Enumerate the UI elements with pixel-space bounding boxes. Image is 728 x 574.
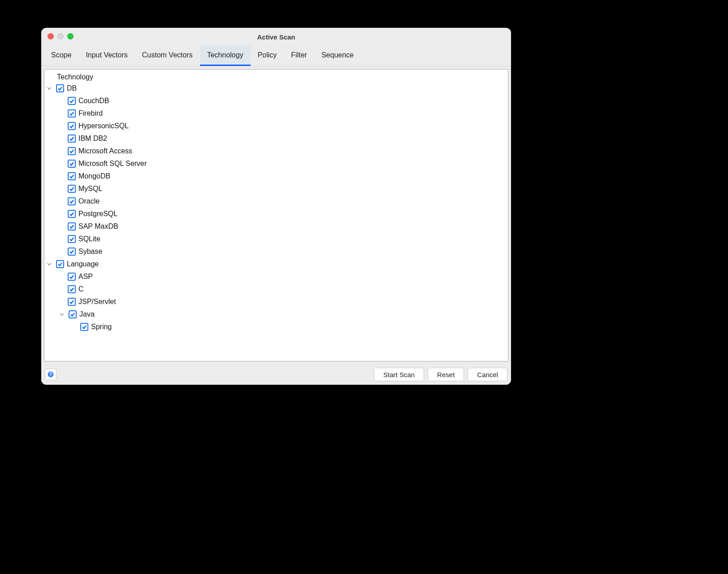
tree-checkbox[interactable] xyxy=(68,197,76,205)
cancel-button[interactable]: Cancel xyxy=(468,368,507,381)
tree-root-label: Technology xyxy=(55,72,504,82)
tree-checkbox[interactable] xyxy=(68,160,76,168)
window-controls xyxy=(48,33,74,39)
tree-node-label: Microsoft SQL Server xyxy=(78,160,147,168)
tree-node[interactable]: Language xyxy=(55,258,504,270)
technology-tree[interactable]: TechnologyDBCouchDBFirebirdHypersonicSQL… xyxy=(44,70,508,361)
tree-node-label: MySQL xyxy=(78,185,102,193)
tree-checkbox[interactable] xyxy=(56,84,64,92)
tree-node[interactable]: MySQL xyxy=(55,183,504,195)
tab-scope[interactable]: Scope xyxy=(44,46,78,66)
dialog-footer: ? Start Scan Reset Cancel xyxy=(41,364,511,385)
tree-node[interactable]: SAP MaxDB xyxy=(55,220,504,233)
tree-node[interactable]: IBM DB2 xyxy=(55,132,504,145)
technology-panel: TechnologyDBCouchDBFirebirdHypersonicSQL… xyxy=(44,69,508,361)
active-scan-dialog: Active Scan ScopeInput VectorsCustom Vec… xyxy=(41,28,511,385)
tab-technology[interactable]: Technology xyxy=(200,46,251,66)
close-window-button[interactable] xyxy=(48,33,54,39)
tree-checkbox[interactable] xyxy=(68,172,76,180)
tree-node[interactable]: DB xyxy=(55,82,504,95)
start-scan-button[interactable]: Start Scan xyxy=(374,368,424,381)
tree-node-label: Microsoft Access xyxy=(78,147,132,155)
tree-checkbox[interactable] xyxy=(56,260,64,268)
tree-node-label: SAP MaxDB xyxy=(78,222,118,230)
tree-node[interactable]: Spring xyxy=(55,321,504,333)
help-button[interactable]: ? xyxy=(45,369,56,380)
tree-node[interactable]: Microsoft Access xyxy=(55,145,504,157)
tree-checkbox[interactable] xyxy=(68,248,76,256)
tree-node-label: MongoDB xyxy=(78,172,110,180)
reset-button[interactable]: Reset xyxy=(428,368,464,381)
tree-checkbox[interactable] xyxy=(80,323,88,331)
tree-node[interactable]: SQLite xyxy=(55,233,504,245)
tree-node-label: Firebird xyxy=(78,109,103,117)
tree-node[interactable]: Oracle xyxy=(55,195,504,208)
tree-node-label: Java xyxy=(79,310,95,318)
tree-node[interactable]: Microsoft SQL Server xyxy=(55,157,504,170)
tree-node-label: Oracle xyxy=(78,197,100,205)
tree-node[interactable]: CouchDB xyxy=(55,95,504,107)
tree-node-label: PostgreSQL xyxy=(78,210,117,218)
tree-node[interactable]: PostgreSQL xyxy=(55,208,504,220)
window-title: Active Scan xyxy=(41,33,511,41)
tree-checkbox[interactable] xyxy=(68,135,76,143)
tree-node-label: JSP/Servlet xyxy=(78,298,116,306)
tree-node[interactable]: Java xyxy=(55,308,504,321)
tree-node-label: DB xyxy=(67,84,77,92)
tree-checkbox[interactable] xyxy=(68,109,76,117)
tree-checkbox[interactable] xyxy=(68,122,76,130)
tree-checkbox[interactable] xyxy=(68,210,76,218)
tree-checkbox[interactable] xyxy=(68,285,76,293)
tree-checkbox[interactable] xyxy=(68,273,76,281)
chevron-down-icon[interactable] xyxy=(46,85,52,91)
tree-node-label: IBM DB2 xyxy=(78,135,107,143)
tree-checkbox[interactable] xyxy=(69,310,77,318)
tree-node-label: ASP xyxy=(78,273,93,281)
tree-node-label: SQLite xyxy=(78,235,100,243)
tab-custom-vectors[interactable]: Custom Vectors xyxy=(135,46,200,66)
titlebar: Active Scan xyxy=(41,28,511,46)
chevron-down-icon[interactable] xyxy=(59,311,65,317)
tab-sequence[interactable]: Sequence xyxy=(314,46,361,66)
tree-node[interactable]: C xyxy=(55,283,504,296)
tree-node[interactable]: Firebird xyxy=(55,107,504,120)
minimize-window-button[interactable] xyxy=(57,33,64,39)
tree-checkbox[interactable] xyxy=(68,97,76,105)
tree-node[interactable]: JSP/Servlet xyxy=(55,296,504,308)
tree-node-label: C xyxy=(78,285,84,293)
tree-node[interactable]: HypersonicSQL xyxy=(55,120,504,132)
tree-checkbox[interactable] xyxy=(68,185,76,193)
tree-node-label: CouchDB xyxy=(78,97,109,105)
tree-node[interactable]: Sybase xyxy=(55,245,504,258)
tab-input-vectors[interactable]: Input Vectors xyxy=(78,46,134,66)
tree-checkbox[interactable] xyxy=(68,298,76,306)
tree-node[interactable]: ASP xyxy=(55,270,504,283)
tree-node[interactable]: MongoDB xyxy=(55,170,504,183)
tree-node-label: Spring xyxy=(91,323,112,331)
tab-bar: ScopeInput VectorsCustom VectorsTechnolo… xyxy=(41,46,511,66)
tree-checkbox[interactable] xyxy=(68,222,76,230)
svg-text:?: ? xyxy=(49,372,52,377)
zoom-window-button[interactable] xyxy=(67,33,74,39)
tab-filter[interactable]: Filter xyxy=(284,46,314,66)
chevron-down-icon[interactable] xyxy=(46,261,52,267)
tree-node-label: Language xyxy=(67,260,99,268)
tree-checkbox[interactable] xyxy=(68,235,76,243)
help-icon: ? xyxy=(47,371,54,378)
tree-checkbox[interactable] xyxy=(68,147,76,155)
tree-node-label: HypersonicSQL xyxy=(78,122,129,130)
tree-node-label: Sybase xyxy=(78,248,102,256)
tab-policy[interactable]: Policy xyxy=(251,46,284,66)
